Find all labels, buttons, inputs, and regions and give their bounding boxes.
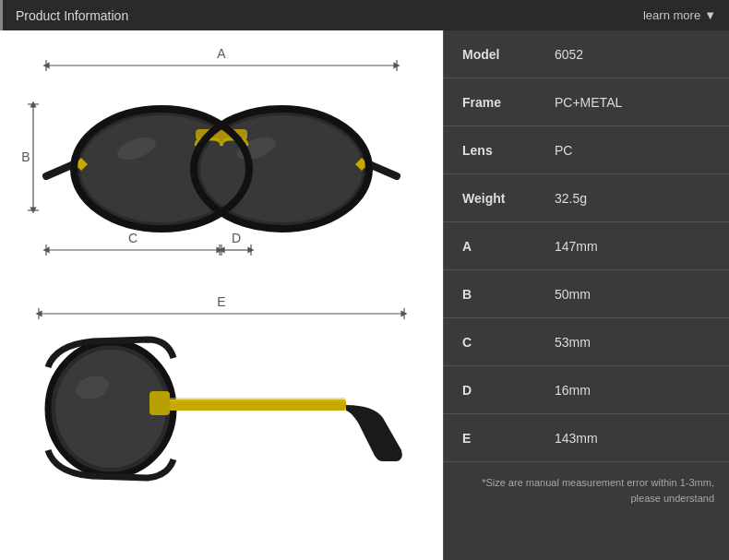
spec-label-weight: Weight bbox=[444, 191, 545, 206]
spec-value-a: 147mm bbox=[545, 239, 729, 254]
svg-text:E: E bbox=[217, 294, 225, 309]
svg-line-13 bbox=[46, 164, 74, 176]
spec-value-lens: PC bbox=[545, 143, 729, 158]
svg-rect-37 bbox=[161, 398, 346, 401]
dropdown-icon: ▼ bbox=[704, 8, 716, 22]
specs-panel: Model6052FramePC+METALLensPCWeight32.5gA… bbox=[443, 30, 729, 560]
spec-row: Weight32.5g bbox=[444, 174, 729, 222]
spec-value-frame: PC+METAL bbox=[545, 95, 729, 110]
spec-value-b: 50mm bbox=[545, 287, 729, 302]
spec-label-c: C bbox=[444, 335, 545, 350]
svg-text:D: D bbox=[232, 231, 241, 245]
diagram-panel: A B bbox=[0, 30, 443, 560]
spec-row: LensPC bbox=[444, 126, 729, 174]
learn-more-button[interactable]: learn more ▼ bbox=[643, 8, 716, 22]
spec-row: D16mm bbox=[444, 366, 729, 414]
spec-row: B50mm bbox=[444, 270, 729, 318]
front-view-diagram: A B bbox=[18, 40, 424, 289]
spec-value-c: 53mm bbox=[545, 335, 729, 350]
page-title: Product Information bbox=[16, 8, 128, 23]
front-view-svg: A B bbox=[18, 40, 424, 289]
spec-value-e: 143mm bbox=[545, 431, 729, 446]
spec-row: Model6052 bbox=[444, 30, 729, 78]
spec-label-b: B bbox=[444, 287, 545, 302]
spec-label-frame: Frame bbox=[444, 95, 545, 110]
spec-row: C53mm bbox=[444, 318, 729, 366]
side-view-svg: E bbox=[18, 293, 424, 496]
spec-value-weight: 32.5g bbox=[545, 191, 729, 206]
spec-label-e: E bbox=[444, 431, 545, 446]
spec-label-model: Model bbox=[444, 47, 545, 62]
page-header: Product Information learn more ▼ bbox=[0, 0, 729, 30]
spec-table: Model6052FramePC+METALLensPCWeight32.5gA… bbox=[444, 30, 729, 462]
spec-label-d: D bbox=[444, 383, 545, 398]
svg-text:C: C bbox=[128, 231, 137, 245]
spec-label-a: A bbox=[444, 239, 545, 254]
learn-more-label: learn more bbox=[643, 8, 700, 22]
measurement-note: *Size are manual measurement error withi… bbox=[444, 466, 729, 515]
spec-row: A147mm bbox=[444, 222, 729, 270]
svg-text:B: B bbox=[21, 149, 30, 164]
spec-value-d: 16mm bbox=[545, 383, 729, 398]
svg-rect-38 bbox=[149, 391, 170, 415]
side-view-diagram: E bbox=[18, 289, 424, 501]
spec-row: E143mm bbox=[444, 414, 729, 462]
spec-label-lens: Lens bbox=[444, 143, 545, 158]
spec-row: FramePC+METAL bbox=[444, 78, 729, 126]
spec-value-model: 6052 bbox=[545, 47, 729, 62]
svg-line-14 bbox=[369, 164, 397, 176]
svg-text:A: A bbox=[217, 46, 226, 61]
main-content: A B bbox=[0, 30, 729, 560]
